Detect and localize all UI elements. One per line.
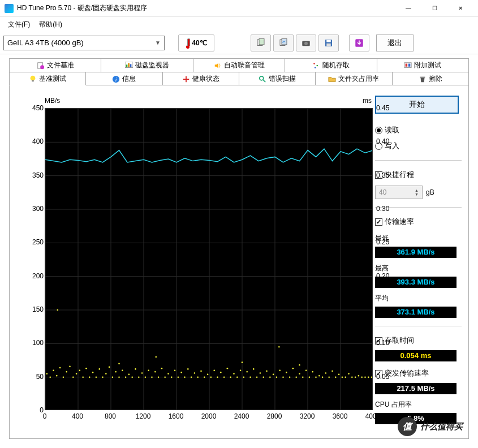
- x-tick: 2800: [267, 412, 282, 420]
- tab-extra-tests[interactable]: 附加测试: [377, 58, 469, 72]
- svg-point-82: [151, 376, 153, 378]
- svg-point-69: [109, 367, 110, 368]
- svg-point-81: [148, 370, 149, 372]
- trash-icon: [419, 75, 427, 83]
- svg-point-127: [299, 373, 300, 374]
- svg-point-124: [289, 376, 291, 378]
- thermometer-icon: [186, 37, 190, 49]
- svg-point-145: [358, 375, 360, 377]
- svg-line-27: [263, 79, 265, 81]
- svg-point-88: [171, 376, 173, 378]
- svg-point-76: [131, 376, 133, 378]
- health-icon: [182, 75, 190, 83]
- x-tick: 0: [43, 412, 47, 420]
- svg-point-147: [364, 376, 366, 378]
- monitor-icon: [125, 62, 133, 70]
- svg-point-136: [328, 376, 330, 378]
- chevron-down-icon: ▼: [155, 40, 161, 46]
- svg-point-112: [249, 376, 251, 378]
- copy-results-button[interactable]: [273, 35, 294, 51]
- svg-point-148: [368, 376, 369, 378]
- menu-file[interactable]: 文件(F): [3, 19, 35, 31]
- tab-error-scan[interactable]: 错误扫描: [239, 72, 316, 85]
- spinner-buttons[interactable]: ▲▼: [415, 188, 419, 196]
- maximize-button[interactable]: ☐: [421, 0, 447, 17]
- exit-button[interactable]: 退出: [376, 35, 414, 51]
- tab-erase[interactable]: 擦除: [393, 72, 469, 85]
- copy-info-button[interactable]: [251, 35, 271, 51]
- y2-tick: 0.40: [376, 137, 389, 145]
- svg-rect-1: [259, 38, 264, 45]
- save-button[interactable]: [318, 35, 339, 51]
- tab-health[interactable]: 健康状态: [163, 72, 239, 85]
- svg-point-149: [371, 376, 372, 378]
- tab-file-benchmark[interactable]: 文件基准: [9, 58, 101, 72]
- temperature-value: 40℃: [192, 39, 206, 47]
- svg-point-90: [178, 376, 179, 378]
- read-radio[interactable]: [375, 127, 382, 134]
- y1-axis-label: MB/s: [45, 97, 60, 105]
- svg-point-154: [278, 346, 280, 348]
- svg-point-54: [59, 367, 61, 369]
- svg-point-92: [184, 376, 186, 378]
- svg-point-55: [63, 376, 64, 378]
- download-button[interactable]: [349, 35, 369, 51]
- app-icon: [5, 4, 14, 13]
- title-bar: HD Tune Pro 5.70 - 硬盘/固态硬盘实用程序 — ☐ ✕: [0, 0, 478, 17]
- svg-point-105: [227, 368, 229, 369]
- y1-tick: 300: [27, 205, 44, 213]
- access-time-value: 0.054 ms: [375, 350, 457, 361]
- toolbar: GeIL A3 4TB (4000 gB) ▼ 40℃ 退出: [0, 32, 478, 54]
- x-tick: 2000: [201, 412, 217, 420]
- svg-point-70: [112, 376, 114, 378]
- menu-help[interactable]: 帮助(H): [35, 19, 67, 31]
- y2-tick: 0.45: [376, 104, 389, 112]
- svg-point-64: [92, 372, 94, 373]
- minimize-button[interactable]: —: [395, 0, 421, 17]
- tab-benchmark[interactable]: 基准测试: [9, 72, 86, 85]
- svg-point-94: [191, 376, 192, 378]
- svg-point-61: [82, 376, 84, 378]
- svg-point-91: [180, 372, 182, 373]
- bulb-icon: [29, 75, 37, 83]
- transfer-rate-checkbox[interactable]: [375, 218, 382, 226]
- side-panel: 开始 读取 写入 快捷行程 40▲▼ gB 传输速率 最低 361.9 MB/s…: [367, 96, 462, 434]
- svg-point-122: [282, 376, 284, 378]
- y2-tick: 0.10: [376, 339, 389, 347]
- floppy-icon: [324, 38, 334, 48]
- drive-select[interactable]: GeIL A3 4TB (4000 gB) ▼: [3, 36, 165, 50]
- short-stroke-spinner[interactable]: 40▲▼: [375, 186, 423, 199]
- svg-point-126: [295, 376, 297, 378]
- close-button[interactable]: ✕: [447, 0, 473, 17]
- y2-axis-label: ms: [363, 97, 372, 105]
- svg-point-137: [331, 371, 333, 372]
- svg-point-74: [125, 376, 127, 378]
- tab-disk-monitor[interactable]: 磁盘监视器: [101, 58, 193, 72]
- screenshot-button[interactable]: [296, 35, 316, 51]
- y1-tick: 100: [27, 339, 44, 347]
- svg-rect-13: [126, 64, 128, 67]
- svg-point-89: [174, 370, 176, 372]
- y2-tick: 0.30: [376, 205, 389, 213]
- svg-point-102: [217, 376, 218, 378]
- file-benchmark-icon: [37, 62, 45, 70]
- svg-point-78: [138, 376, 140, 378]
- svg-point-114: [256, 376, 258, 378]
- svg-point-113: [253, 368, 255, 370]
- svg-point-143: [351, 376, 353, 378]
- watermark-icon: 值: [398, 417, 417, 436]
- chart-svg: [45, 109, 372, 410]
- svg-point-138: [335, 376, 337, 378]
- svg-point-153: [242, 361, 243, 363]
- svg-rect-14: [128, 63, 130, 67]
- tab-random-access[interactable]: 随机存取: [285, 58, 377, 72]
- svg-point-98: [204, 376, 205, 378]
- svg-point-120: [276, 376, 278, 378]
- copy-text-icon: [256, 38, 266, 48]
- svg-point-73: [122, 370, 123, 372]
- tab-folder-usage[interactable]: 文件夹占用率: [316, 72, 392, 85]
- transfer-rate-label: 传输速率: [385, 217, 414, 227]
- tab-info[interactable]: i信息: [86, 72, 162, 85]
- tab-aam[interactable]: 自动噪音管理: [193, 58, 285, 72]
- x-tick: 400: [72, 412, 83, 420]
